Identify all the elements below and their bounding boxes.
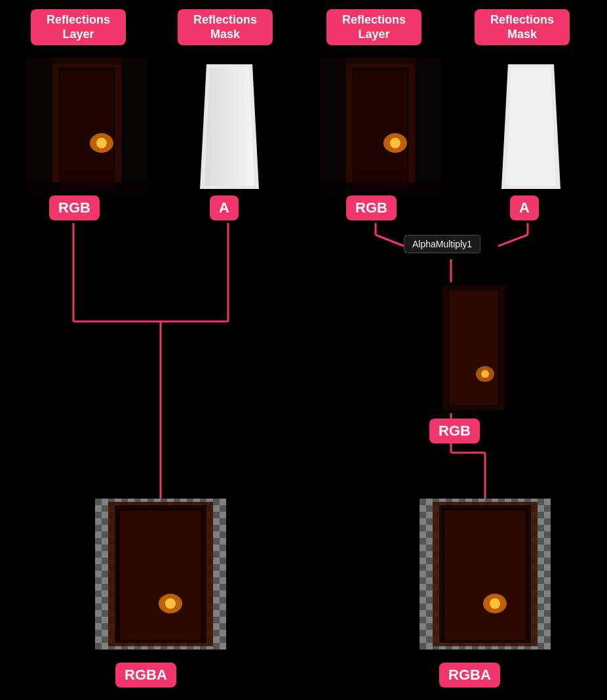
left-rgb-badge: RGB xyxy=(49,196,100,220)
left-reflections-layer-label: Reflections Layer xyxy=(31,9,126,45)
right-rgba-badge: RGBA xyxy=(439,663,500,688)
svg-line-56 xyxy=(498,235,528,246)
right-a-badge: A xyxy=(510,196,539,220)
svg-rect-6 xyxy=(26,58,52,196)
right-reflections-layer-label: Reflections Layer xyxy=(326,9,421,45)
svg-rect-20 xyxy=(95,499,108,649)
svg-rect-46 xyxy=(444,510,526,640)
left-reflections-mask-label: Reflections Mask xyxy=(178,9,273,45)
svg-rect-28 xyxy=(320,58,346,196)
right-rgb-badge-2: RGB xyxy=(429,419,480,443)
svg-point-27 xyxy=(390,138,401,148)
svg-rect-17 xyxy=(120,510,201,640)
left-a-badge: A xyxy=(210,196,239,220)
right-alpha-result-panel xyxy=(423,282,524,413)
svg-rect-31 xyxy=(353,169,408,189)
svg-line-55 xyxy=(376,235,404,246)
right-layer-panel xyxy=(320,58,441,196)
right-rgb-badge: RGB xyxy=(346,196,397,220)
svg-rect-3 xyxy=(60,70,113,184)
svg-rect-42 xyxy=(505,282,524,413)
svg-point-19 xyxy=(165,598,176,609)
svg-point-5 xyxy=(96,138,107,148)
svg-rect-7 xyxy=(121,58,147,196)
svg-rect-25 xyxy=(354,70,407,184)
left-result-panel xyxy=(95,499,226,649)
svg-rect-9 xyxy=(59,169,115,189)
left-mask-panel xyxy=(167,58,282,196)
svg-rect-38 xyxy=(449,290,498,405)
svg-marker-13 xyxy=(205,68,254,186)
svg-rect-21 xyxy=(213,499,226,649)
right-mask-panel xyxy=(469,58,583,196)
left-rgba-badge: RGBA xyxy=(115,663,176,688)
svg-marker-34 xyxy=(506,68,556,186)
right-reflections-mask-label: Reflections Mask xyxy=(475,9,570,45)
svg-rect-41 xyxy=(423,282,442,413)
right-result-panel xyxy=(420,499,551,649)
left-layer-panel xyxy=(26,58,147,196)
svg-rect-29 xyxy=(415,58,441,196)
svg-point-40 xyxy=(481,370,489,378)
svg-point-48 xyxy=(490,598,500,609)
alpha-multiply-node[interactable]: AlphaMultiply1 xyxy=(404,235,480,253)
